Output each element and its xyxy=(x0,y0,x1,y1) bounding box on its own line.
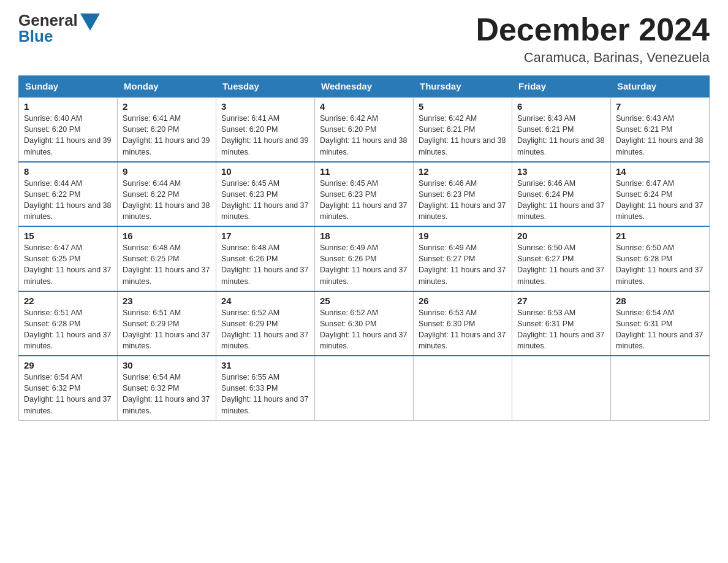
calendar-cell: 3 Sunrise: 6:41 AMSunset: 6:20 PMDayligh… xyxy=(216,97,315,162)
calendar-cell xyxy=(414,356,512,420)
calendar-cell: 19 Sunrise: 6:49 AMSunset: 6:27 PMDaylig… xyxy=(414,226,512,291)
calendar-cell: 17 Sunrise: 6:48 AMSunset: 6:26 PMDaylig… xyxy=(216,226,315,291)
day-number: 18 xyxy=(320,231,408,241)
calendar-cell: 11 Sunrise: 6:45 AMSunset: 6:23 PMDaylig… xyxy=(315,162,414,227)
calendar-cell xyxy=(315,356,414,420)
day-info: Sunrise: 6:47 AMSunset: 6:25 PMDaylight:… xyxy=(24,243,111,285)
day-number: 1 xyxy=(24,101,112,112)
day-number: 22 xyxy=(24,296,112,306)
calendar-cell: 18 Sunrise: 6:49 AMSunset: 6:26 PMDaylig… xyxy=(315,226,414,291)
day-info: Sunrise: 6:42 AMSunset: 6:21 PMDaylight:… xyxy=(419,114,506,156)
weekday-header-saturday: Saturday xyxy=(611,76,710,98)
day-number: 10 xyxy=(221,166,309,177)
calendar-cell xyxy=(611,356,710,420)
calendar-cell: 26 Sunrise: 6:53 AMSunset: 6:30 PMDaylig… xyxy=(414,291,512,356)
day-number: 26 xyxy=(419,296,507,306)
day-number: 21 xyxy=(616,231,704,241)
day-info: Sunrise: 6:40 AMSunset: 6:20 PMDaylight:… xyxy=(24,114,111,156)
day-info: Sunrise: 6:52 AMSunset: 6:30 PMDaylight:… xyxy=(320,308,407,350)
day-number: 4 xyxy=(320,101,408,112)
day-number: 2 xyxy=(123,101,211,112)
day-info: Sunrise: 6:52 AMSunset: 6:29 PMDaylight:… xyxy=(221,308,308,350)
day-number: 27 xyxy=(517,296,605,306)
month-title: December 2024 xyxy=(476,12,710,47)
day-info: Sunrise: 6:54 AMSunset: 6:32 PMDaylight:… xyxy=(123,373,210,415)
calendar-cell: 31 Sunrise: 6:55 AMSunset: 6:33 PMDaylig… xyxy=(216,356,315,420)
calendar-header-row: SundayMondayTuesdayWednesdayThursdayFrid… xyxy=(19,76,710,98)
day-info: Sunrise: 6:53 AMSunset: 6:31 PMDaylight:… xyxy=(517,308,604,350)
calendar-cell: 24 Sunrise: 6:52 AMSunset: 6:29 PMDaylig… xyxy=(216,291,315,356)
day-info: Sunrise: 6:48 AMSunset: 6:25 PMDaylight:… xyxy=(123,243,210,285)
day-info: Sunrise: 6:44 AMSunset: 6:22 PMDaylight:… xyxy=(123,179,210,221)
calendar-cell: 28 Sunrise: 6:54 AMSunset: 6:31 PMDaylig… xyxy=(611,291,710,356)
day-info: Sunrise: 6:49 AMSunset: 6:27 PMDaylight:… xyxy=(419,243,506,285)
calendar-cell: 23 Sunrise: 6:51 AMSunset: 6:29 PMDaylig… xyxy=(118,291,216,356)
day-number: 25 xyxy=(320,296,408,306)
calendar-week-row: 1 Sunrise: 6:40 AMSunset: 6:20 PMDayligh… xyxy=(19,97,710,162)
day-number: 7 xyxy=(616,101,704,112)
calendar-cell: 5 Sunrise: 6:42 AMSunset: 6:21 PMDayligh… xyxy=(414,97,512,162)
day-number: 9 xyxy=(123,166,211,177)
day-number: 6 xyxy=(517,101,605,112)
calendar-cell: 8 Sunrise: 6:44 AMSunset: 6:22 PMDayligh… xyxy=(19,162,118,227)
day-number: 5 xyxy=(419,101,507,112)
day-number: 8 xyxy=(24,166,112,177)
logo: General Blue xyxy=(18,12,100,44)
calendar-cell: 6 Sunrise: 6:43 AMSunset: 6:21 PMDayligh… xyxy=(512,97,611,162)
day-number: 24 xyxy=(221,296,309,306)
calendar-week-row: 15 Sunrise: 6:47 AMSunset: 6:25 PMDaylig… xyxy=(19,226,710,291)
day-number: 31 xyxy=(221,360,309,370)
day-info: Sunrise: 6:55 AMSunset: 6:33 PMDaylight:… xyxy=(221,373,308,415)
weekday-header-tuesday: Tuesday xyxy=(216,76,315,98)
page-header: General Blue December 2024 Caramuca, Bar… xyxy=(18,12,710,66)
calendar-cell: 21 Sunrise: 6:50 AMSunset: 6:28 PMDaylig… xyxy=(611,226,710,291)
weekday-header-sunday: Sunday xyxy=(19,76,118,98)
calendar-cell xyxy=(512,356,611,420)
calendar-table: SundayMondayTuesdayWednesdayThursdayFrid… xyxy=(18,75,710,421)
day-info: Sunrise: 6:43 AMSunset: 6:21 PMDaylight:… xyxy=(616,114,703,156)
location-subtitle: Caramuca, Barinas, Venezuela xyxy=(476,50,710,66)
logo-triangle-icon xyxy=(80,13,100,31)
day-info: Sunrise: 6:53 AMSunset: 6:30 PMDaylight:… xyxy=(419,308,506,350)
calendar-cell: 9 Sunrise: 6:44 AMSunset: 6:22 PMDayligh… xyxy=(118,162,216,227)
calendar-cell: 16 Sunrise: 6:48 AMSunset: 6:25 PMDaylig… xyxy=(118,226,216,291)
day-number: 19 xyxy=(419,231,507,241)
day-info: Sunrise: 6:42 AMSunset: 6:20 PMDaylight:… xyxy=(320,114,407,156)
day-info: Sunrise: 6:43 AMSunset: 6:21 PMDaylight:… xyxy=(517,114,604,156)
weekday-header-friday: Friday xyxy=(512,76,611,98)
day-info: Sunrise: 6:45 AMSunset: 6:23 PMDaylight:… xyxy=(320,179,407,221)
calendar-cell: 27 Sunrise: 6:53 AMSunset: 6:31 PMDaylig… xyxy=(512,291,611,356)
day-info: Sunrise: 6:48 AMSunset: 6:26 PMDaylight:… xyxy=(221,243,308,285)
day-info: Sunrise: 6:41 AMSunset: 6:20 PMDaylight:… xyxy=(221,114,308,156)
day-number: 20 xyxy=(517,231,605,241)
day-info: Sunrise: 6:41 AMSunset: 6:20 PMDaylight:… xyxy=(123,114,210,156)
day-number: 15 xyxy=(24,231,112,241)
day-info: Sunrise: 6:45 AMSunset: 6:23 PMDaylight:… xyxy=(221,179,308,221)
calendar-cell: 15 Sunrise: 6:47 AMSunset: 6:25 PMDaylig… xyxy=(19,226,118,291)
calendar-cell: 2 Sunrise: 6:41 AMSunset: 6:20 PMDayligh… xyxy=(118,97,216,162)
day-info: Sunrise: 6:47 AMSunset: 6:24 PMDaylight:… xyxy=(616,179,703,221)
title-block: December 2024 Caramuca, Barinas, Venezue… xyxy=(476,12,710,66)
calendar-cell: 13 Sunrise: 6:46 AMSunset: 6:24 PMDaylig… xyxy=(512,162,611,227)
calendar-cell: 14 Sunrise: 6:47 AMSunset: 6:24 PMDaylig… xyxy=(611,162,710,227)
day-info: Sunrise: 6:46 AMSunset: 6:23 PMDaylight:… xyxy=(419,179,506,221)
logo-blue-text: Blue xyxy=(18,28,78,44)
day-info: Sunrise: 6:50 AMSunset: 6:28 PMDaylight:… xyxy=(616,243,703,285)
calendar-cell: 12 Sunrise: 6:46 AMSunset: 6:23 PMDaylig… xyxy=(414,162,512,227)
calendar-week-row: 8 Sunrise: 6:44 AMSunset: 6:22 PMDayligh… xyxy=(19,162,710,227)
calendar-cell: 7 Sunrise: 6:43 AMSunset: 6:21 PMDayligh… xyxy=(611,97,710,162)
weekday-header-monday: Monday xyxy=(118,76,216,98)
day-number: 16 xyxy=(123,231,211,241)
day-info: Sunrise: 6:51 AMSunset: 6:28 PMDaylight:… xyxy=(24,308,111,350)
day-number: 13 xyxy=(517,166,605,177)
day-number: 23 xyxy=(123,296,211,306)
calendar-cell: 22 Sunrise: 6:51 AMSunset: 6:28 PMDaylig… xyxy=(19,291,118,356)
day-number: 28 xyxy=(616,296,704,306)
day-number: 12 xyxy=(419,166,507,177)
day-number: 14 xyxy=(616,166,704,177)
calendar-cell: 10 Sunrise: 6:45 AMSunset: 6:23 PMDaylig… xyxy=(216,162,315,227)
calendar-cell: 29 Sunrise: 6:54 AMSunset: 6:32 PMDaylig… xyxy=(19,356,118,420)
day-info: Sunrise: 6:51 AMSunset: 6:29 PMDaylight:… xyxy=(123,308,210,350)
day-number: 29 xyxy=(24,360,112,370)
svg-marker-0 xyxy=(80,13,100,31)
